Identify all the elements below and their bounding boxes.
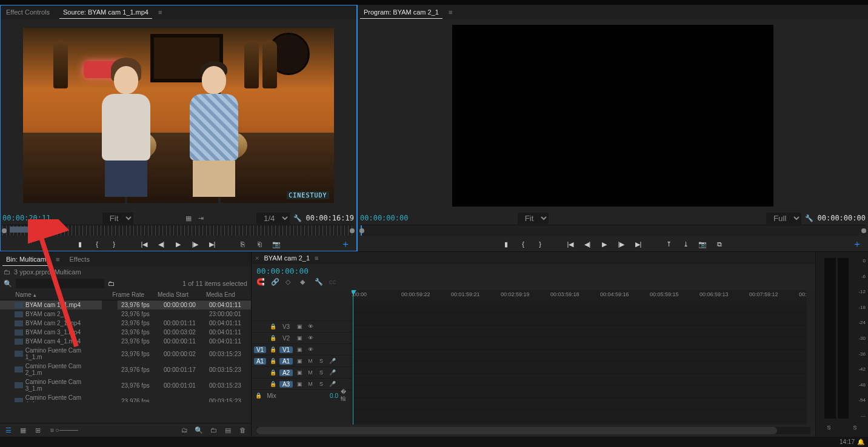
table-row[interactable]: Camino Fuente Cam 2_1.m 23,976 fps00:00:… xyxy=(0,362,251,377)
search-input[interactable] xyxy=(16,279,104,288)
track-label[interactable]: V3 xyxy=(279,323,293,330)
timeline-timecode[interactable]: 00:00:00:00 xyxy=(256,267,309,276)
tab-program[interactable]: Program: BYAM cam 2_1 xyxy=(360,6,442,19)
col-media-start[interactable]: Media Start xyxy=(154,290,202,300)
goto-in-button[interactable]: |◀ xyxy=(565,239,576,250)
source-timecode-current[interactable]: 00:00:20:11 xyxy=(2,214,51,222)
settings-icon[interactable]: 🔧 xyxy=(293,214,302,222)
panel-menu-icon[interactable]: ≡ xyxy=(315,254,318,262)
source-patch[interactable]: V1 xyxy=(254,346,266,353)
step-back-button[interactable]: ◀| xyxy=(156,239,167,250)
sync-lock-icon[interactable]: ▣ xyxy=(295,345,304,354)
button-editor-icon[interactable]: ＋ xyxy=(341,238,350,251)
sync-lock-icon[interactable]: ▣ xyxy=(295,357,304,365)
track-label[interactable]: V2 xyxy=(279,335,293,342)
export-frame-button[interactable]: 📷 xyxy=(271,239,282,250)
table-row[interactable]: BYAM cam 3_1.mp4 23,976 fps00:00:03:0200… xyxy=(0,328,251,337)
mix-track[interactable]: 🔒 Mix 0.0 �輸 xyxy=(252,389,352,401)
source-scrub-bar[interactable] xyxy=(2,225,354,236)
tab-effects[interactable]: Effects xyxy=(65,253,93,265)
lock-icon[interactable]: 🔒 xyxy=(269,345,277,354)
source-resolution-select[interactable]: 1/4 xyxy=(256,213,290,224)
toggle-output-icon[interactable]: 👁 xyxy=(306,334,315,342)
mute-button[interactable]: M xyxy=(306,357,315,365)
sync-lock-icon[interactable]: ▣ xyxy=(295,380,304,388)
nest-toggle-icon[interactable]: 🧲 xyxy=(256,278,266,288)
audio-track-header[interactable]: 🔒A2▣MS🎤 xyxy=(252,366,352,378)
step-back-button[interactable]: ◀| xyxy=(582,239,593,250)
solo-button[interactable]: S xyxy=(317,380,326,388)
track-label[interactable]: A1 xyxy=(279,358,293,365)
lock-icon[interactable]: 🔒 xyxy=(269,380,277,388)
lock-icon[interactable]: 🔒 xyxy=(269,368,277,377)
mark-out-button[interactable]: } xyxy=(109,239,119,250)
solo-button[interactable]: S xyxy=(317,368,326,377)
solo-left[interactable]: S xyxy=(827,425,830,431)
export-frame-button[interactable]: 📷 xyxy=(697,239,708,250)
program-timecode-current[interactable]: 00:00:00:00 xyxy=(360,214,409,222)
mute-button[interactable]: M xyxy=(306,368,315,377)
mark-in-button[interactable]: { xyxy=(518,239,529,250)
col-media-end[interactable]: Media End xyxy=(202,290,251,300)
mark-out-button[interactable]: } xyxy=(535,239,546,250)
program-monitor-viewport[interactable] xyxy=(358,19,868,211)
overwrite-button[interactable]: ⎗ xyxy=(254,239,265,250)
table-row[interactable]: Camino Fuente Cam 3_1.m 23,976 fps00:00:… xyxy=(0,377,251,393)
track-label[interactable]: A3 xyxy=(279,381,293,388)
toggle-output-icon[interactable]: 👁 xyxy=(306,345,315,354)
table-row[interactable]: Camino Fuente Cam 4_1.m 23,976 fps00:03:… xyxy=(0,393,251,402)
extract-button[interactable]: ⤓ xyxy=(680,239,691,250)
video-track-header[interactable]: V1🔒V1▣👁 xyxy=(252,343,352,355)
table-row[interactable]: BYAM cam 2_1.mp4 23,976 fps00:00:01:1100… xyxy=(0,319,251,328)
timeline-zoom-scroll[interactable] xyxy=(256,427,810,434)
track-label[interactable]: A2 xyxy=(279,369,293,376)
goto-out-button[interactable]: ▶| xyxy=(633,239,644,250)
timeline-scrollbar-v[interactable] xyxy=(807,290,815,425)
new-item-button[interactable]: ▤ xyxy=(223,426,233,434)
add-marker-button[interactable]: ▮ xyxy=(75,239,85,250)
tab-effect-controls[interactable]: Effect Controls xyxy=(2,6,53,18)
find-icon[interactable]: 🔍 xyxy=(194,426,204,434)
button-editor-icon[interactable]: ＋ xyxy=(852,238,862,251)
goto-out-button[interactable]: ▶| xyxy=(207,239,218,250)
lift-button[interactable]: ⤒ xyxy=(663,239,674,250)
table-row[interactable]: Camino Fuente Cam 1_1.m 23,976 fps00:00:… xyxy=(0,346,251,362)
play-button[interactable]: ▶ xyxy=(173,239,184,250)
source-monitor-viewport[interactable]: CINESTUDY xyxy=(0,19,356,211)
freeform-view-icon[interactable]: ⊞ xyxy=(33,426,42,434)
safe-margins-icon[interactable]: ▦ xyxy=(184,214,193,222)
insert-button[interactable]: ⎘ xyxy=(237,239,248,250)
tab-source[interactable]: Source: BYAM cam 1_1.mp4 xyxy=(59,6,152,19)
project-path[interactable]: 3 ypox.prproj\Multicam xyxy=(14,268,81,276)
settings-icon[interactable]: 🔧 xyxy=(805,214,813,222)
solo-button[interactable]: S xyxy=(317,357,326,365)
audio-track-header[interactable]: A1🔒A1▣MS🎤 xyxy=(252,355,352,366)
tab-bin[interactable]: Bin: Multicam xyxy=(2,253,50,266)
play-button[interactable]: ▶ xyxy=(599,239,610,250)
source-zoom-select[interactable]: Fit xyxy=(102,213,133,224)
col-name[interactable]: Name▴ xyxy=(12,290,109,300)
audio-track-header[interactable]: 🔒A3▣MS🎤 xyxy=(252,378,352,389)
goto-in-button[interactable]: |◀ xyxy=(139,239,150,250)
lock-icon[interactable]: 🔒 xyxy=(269,357,277,365)
snap-icon[interactable]: 🔗 xyxy=(271,278,281,288)
voice-over-icon[interactable]: 🎤 xyxy=(328,380,336,388)
step-forward-button[interactable]: |▶ xyxy=(190,239,201,250)
sync-lock-icon[interactable]: ▣ xyxy=(295,322,304,331)
col-frame-rate[interactable]: Frame Rate xyxy=(109,290,154,300)
delete-button[interactable]: 🗑 xyxy=(238,426,247,434)
playhead[interactable] xyxy=(353,290,353,425)
voice-over-icon[interactable]: 🎤 xyxy=(328,368,336,377)
icon-view-icon[interactable]: ▦ xyxy=(18,426,28,434)
add-marker-button[interactable]: ▮ xyxy=(501,239,512,250)
filter-bin-icon[interactable]: 🗀 xyxy=(108,280,115,287)
list-view-icon[interactable]: ☰ xyxy=(4,426,13,434)
toggle-output-icon[interactable]: 👁 xyxy=(306,322,315,331)
linked-selection-icon[interactable]: ◇ xyxy=(285,278,295,288)
lock-icon[interactable]: 🔒 xyxy=(254,391,262,400)
time-ruler[interactable]: :00:0000:00:59:2200:01:59:2100:02:59:190… xyxy=(352,290,807,301)
table-row[interactable]: BYAM cam 1_1.mp4 23,976 fps00:00:00:0000… xyxy=(0,300,251,310)
video-track-header[interactable]: 🔒V3▣👁 xyxy=(252,320,352,332)
track-label[interactable]: V1 xyxy=(279,346,293,353)
new-bin-button[interactable]: 🗀 xyxy=(209,426,218,434)
